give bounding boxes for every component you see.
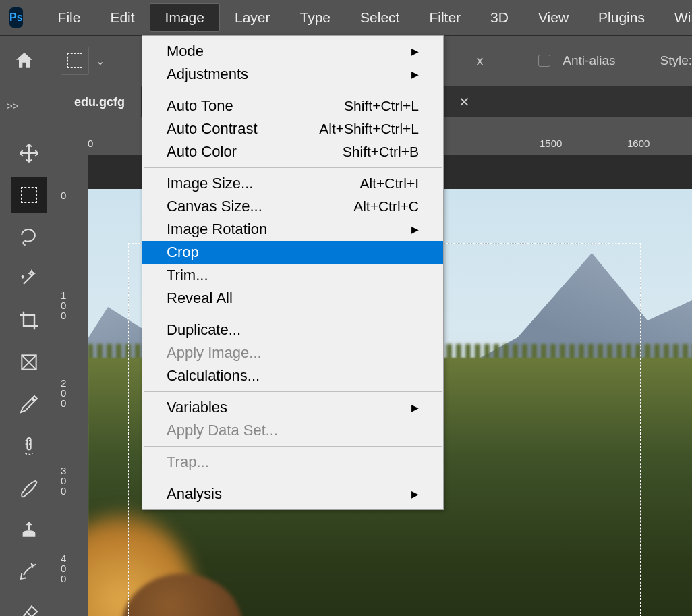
menu-item-crop[interactable]: Crop bbox=[142, 241, 443, 264]
menu-item-analysis[interactable]: Analysis▶ bbox=[142, 482, 443, 505]
anti-alias-label: Anti-alias bbox=[563, 53, 615, 68]
brush-tool[interactable] bbox=[11, 470, 47, 506]
menu-item-label: Variables bbox=[167, 399, 227, 416]
menu-item-label: Mode bbox=[167, 43, 204, 60]
menu-item-image-size[interactable]: Image Size...Alt+Ctrl+I bbox=[142, 172, 443, 195]
frame-tool[interactable] bbox=[11, 344, 47, 381]
menu-view[interactable]: View bbox=[523, 4, 583, 31]
menu-filter[interactable]: Filter bbox=[414, 4, 475, 31]
menu-item-shortcut: Shift+Ctrl+L bbox=[344, 98, 419, 114]
menu-item-auto-color[interactable]: Auto ColorShift+Ctrl+B bbox=[142, 140, 443, 163]
menu-item-trap: Trap... bbox=[142, 451, 443, 474]
menu-item-label: Image Rotation bbox=[167, 221, 267, 238]
menu-item-label: Analysis bbox=[167, 485, 222, 503]
tool-preset-picker[interactable] bbox=[61, 47, 89, 75]
menu-separator bbox=[144, 314, 442, 314]
style-label: Style: bbox=[660, 53, 692, 68]
menu-type[interactable]: Type bbox=[285, 4, 346, 31]
anti-alias-checkbox[interactable] bbox=[538, 55, 550, 67]
menu-item-label: Calculations... bbox=[167, 367, 260, 385]
eyedropper-tool[interactable] bbox=[11, 386, 47, 422]
menu-item-calculations[interactable]: Calculations... bbox=[142, 364, 443, 387]
menu-item-label: Reveal All bbox=[167, 289, 233, 307]
spot-healing-tool[interactable] bbox=[11, 428, 47, 464]
menu-item-shortcut: Alt+Shift+Ctrl+L bbox=[319, 121, 419, 137]
menu-item-auto-tone[interactable]: Auto ToneShift+Ctrl+L bbox=[142, 94, 443, 117]
menu-item-label: Adjustments bbox=[167, 65, 248, 83]
menu-edit[interactable]: Edit bbox=[95, 4, 149, 31]
menubar: Ps File Edit Image Layer Type Select Fil… bbox=[0, 0, 692, 35]
menu-item-variables[interactable]: Variables▶ bbox=[142, 396, 443, 419]
menu-item-label: Trap... bbox=[167, 453, 209, 471]
menu-item-label: Trim... bbox=[167, 267, 208, 284]
history-brush-tool[interactable] bbox=[11, 553, 47, 590]
menu-item-reveal-all[interactable]: Reveal All bbox=[142, 287, 443, 310]
menu-item-shortcut: Alt+Ctrl+I bbox=[359, 175, 419, 192]
menu-item-duplicate[interactable]: Duplicate... bbox=[142, 318, 443, 341]
menu-item-image-rotation[interactable]: Image Rotation▶ bbox=[142, 218, 443, 241]
menu-item-label: Duplicate... bbox=[167, 321, 241, 339]
ruler-tick: 0 bbox=[61, 190, 66, 200]
menu-3d[interactable]: 3D bbox=[475, 4, 523, 31]
menu-item-label: Apply Data Set... bbox=[167, 422, 278, 439]
menu-separator bbox=[144, 90, 442, 90]
menu-item-canvas-size[interactable]: Canvas Size...Alt+Ctrl+C bbox=[142, 195, 443, 218]
menu-separator bbox=[144, 391, 442, 392]
submenu-arrow-icon: ▶ bbox=[411, 224, 419, 235]
menu-plugins[interactable]: Plugins bbox=[583, 4, 660, 31]
marquee-icon bbox=[67, 53, 82, 68]
menu-item-apply-image: Apply Image... bbox=[142, 341, 443, 364]
submenu-arrow-icon: ▶ bbox=[411, 69, 419, 80]
menu-select[interactable]: Select bbox=[345, 4, 414, 31]
lasso-tool[interactable] bbox=[11, 219, 47, 255]
menu-item-label: Auto Contrast bbox=[167, 120, 258, 138]
tools-panel bbox=[0, 117, 58, 616]
expand-panels-icon[interactable]: >> bbox=[7, 100, 19, 111]
menu-item-label: Apply Image... bbox=[167, 344, 262, 362]
menu-item-shortcut: Shift+Ctrl+B bbox=[343, 144, 419, 160]
ruler-vertical[interactable]: 01 0 02 0 03 0 04 0 0 bbox=[58, 155, 88, 616]
image-menu-dropdown: Mode▶Adjustments▶Auto ToneShift+Ctrl+LAu… bbox=[142, 35, 444, 510]
submenu-arrow-icon: ▶ bbox=[411, 488, 419, 499]
menu-item-label: Canvas Size... bbox=[167, 198, 262, 215]
ruler-tick: 3 0 0 bbox=[61, 466, 66, 496]
ruler-tick: 2 0 0 bbox=[61, 378, 66, 408]
eraser-tool[interactable] bbox=[11, 595, 47, 616]
close-icon[interactable]: ✕ bbox=[459, 94, 470, 110]
menu-item-trim[interactable]: Trim... bbox=[142, 264, 443, 287]
menu-item-adjustments[interactable]: Adjustments▶ bbox=[142, 63, 443, 86]
menu-item-mode[interactable]: Mode▶ bbox=[142, 40, 443, 63]
menu-item-label: Auto Color bbox=[167, 143, 237, 161]
magic-wand-tool[interactable] bbox=[11, 260, 47, 297]
menu-item-shortcut: Alt+Ctrl+C bbox=[353, 198, 419, 215]
ps-logo: Ps bbox=[9, 7, 23, 28]
submenu-arrow-icon: ▶ bbox=[411, 402, 419, 413]
menu-window[interactable]: Window bbox=[660, 4, 692, 31]
marquee-tool[interactable] bbox=[11, 177, 47, 213]
clone-stamp-tool[interactable] bbox=[11, 511, 47, 548]
ruler-tick: 4 0 0 bbox=[61, 553, 66, 584]
menu-file[interactable]: File bbox=[43, 4, 96, 31]
ruler-tick: 1500 bbox=[540, 138, 562, 149]
chevron-down-icon: ⌄ bbox=[96, 55, 105, 67]
menu-item-auto-contrast[interactable]: Auto ContrastAlt+Shift+Ctrl+L bbox=[142, 117, 443, 140]
menu-item-apply-data-set: Apply Data Set... bbox=[142, 419, 443, 442]
ruler-strip bbox=[0, 117, 58, 135]
menu-separator bbox=[144, 167, 442, 168]
width-suffix: x bbox=[477, 53, 484, 68]
home-icon[interactable] bbox=[13, 50, 35, 72]
document-tab[interactable]: edu.gcfg bbox=[58, 86, 141, 117]
crop-tool[interactable] bbox=[11, 302, 47, 339]
submenu-arrow-icon: ▶ bbox=[411, 46, 419, 57]
menu-item-label: Image Size... bbox=[167, 175, 253, 192]
menu-item-label: Crop bbox=[167, 244, 199, 261]
menu-item-label: Auto Tone bbox=[167, 97, 233, 115]
document-tab-title: edu.gcfg bbox=[74, 95, 125, 109]
menu-layer[interactable]: Layer bbox=[220, 4, 285, 31]
ruler-tick: 1 0 0 bbox=[61, 290, 66, 320]
menu-separator bbox=[144, 446, 442, 447]
menu-separator bbox=[144, 478, 442, 478]
menu-image[interactable]: Image bbox=[150, 3, 220, 32]
move-tool[interactable] bbox=[11, 135, 47, 171]
ruler-tick: 0 bbox=[88, 138, 93, 149]
